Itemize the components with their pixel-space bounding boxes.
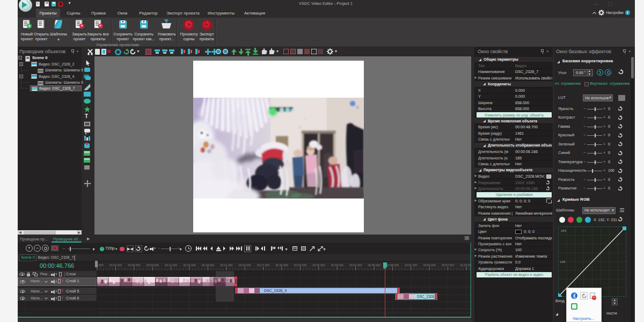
svg-text:00:18.000: 00:18.000: [202, 264, 214, 267]
svg-text:255: 255: [561, 229, 567, 232]
svg-text:00:12.000: 00:12.000: [165, 264, 177, 267]
svg-text:00:54.000: 00:54.000: [423, 264, 436, 267]
svg-text:00:42.000: 00:42.000: [349, 264, 362, 267]
svg-text:128: 128: [560, 260, 566, 264]
svg-text:00:15.000: 00:15.000: [183, 264, 195, 267]
svg-text:00:36.000: 00:36.000: [312, 264, 325, 267]
svg-text:00:33.000: 00:33.000: [294, 264, 306, 267]
svg-text:00:51.000: 00:51.000: [405, 264, 417, 267]
svg-text:00:27.000: 00:27.000: [257, 264, 269, 267]
svg-text:00:09.000: 00:09.000: [147, 264, 159, 267]
svg-text:00:21.000: 00:21.000: [220, 264, 232, 267]
svg-text:01:00.000: 01:00.000: [460, 264, 471, 267]
svg-text:00:39.000: 00:39.000: [331, 264, 343, 267]
svg-text:00:48.000: 00:48.000: [386, 264, 399, 267]
svg-text:00:06.000: 00:06.000: [128, 264, 140, 267]
svg-text:00:45.000: 00:45.000: [368, 264, 380, 267]
svg-text:00:24.000: 00:24.000: [239, 264, 251, 267]
svg-text:00:03.000: 00:03.000: [109, 264, 122, 267]
svg-text:00:57.000: 00:57.000: [442, 264, 454, 267]
svg-text:00:30.000: 00:30.000: [275, 264, 288, 267]
